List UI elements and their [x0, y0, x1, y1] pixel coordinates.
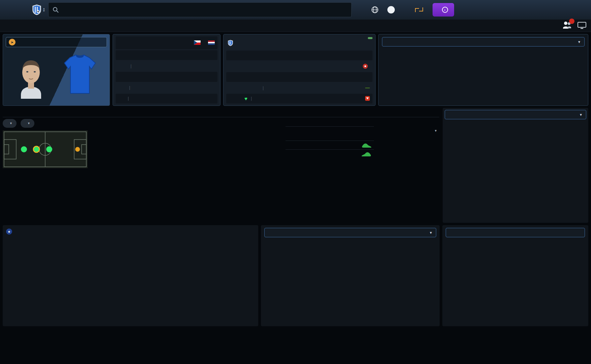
player-portrait — [6, 52, 56, 99]
technical-title — [96, 119, 188, 126]
right-boot-icon — [361, 151, 372, 157]
club-crest-icon — [32, 4, 42, 16]
left-boot-icon — [361, 142, 372, 148]
career-overall-row — [446, 315, 585, 324]
chevron-down-icon: ▼ — [578, 40, 581, 44]
form-chart — [264, 239, 436, 310]
player-header-row: ➤ — [3, 34, 588, 106]
sharpness-icon — [365, 96, 370, 101]
left-foot-block — [286, 141, 374, 149]
pros-bar — [382, 51, 479, 57]
pros-cons-panel: ▼ — [378, 34, 588, 106]
help-icon[interactable] — [387, 6, 395, 13]
weight-row — [286, 133, 374, 141]
season-stats-totals — [6, 315, 255, 324]
globe-icon[interactable] — [371, 6, 379, 13]
squad-comparison-description — [445, 119, 586, 124]
height-row — [286, 126, 374, 133]
condition-heart-icon: ♥ — [244, 96, 247, 101]
player-traits-value — [378, 122, 438, 127]
attributes-area: ▼ ▼ — [3, 108, 439, 223]
player-traits-label — [378, 120, 438, 122]
position-dot-mc — [46, 146, 52, 152]
season-stats-panel: ★ — [3, 225, 258, 326]
fm-player-overview-screen: ▴▾ › — [0, 0, 591, 364]
contract-panel: | ♥ | — [223, 34, 376, 106]
form-header-dropdown[interactable]: ▼ — [264, 228, 436, 237]
dutch-flag-icon — [208, 40, 215, 45]
search-player-bar[interactable] — [48, 2, 352, 17]
chevron-down-icon: ▼ — [429, 231, 433, 235]
position-dot-dm-selected — [33, 146, 39, 152]
career-stats-header — [446, 228, 585, 237]
backroom-advice-icon[interactable] — [562, 21, 572, 31]
physical-title — [286, 119, 374, 126]
czech-flag-icon — [194, 40, 201, 45]
main-nav — [0, 20, 591, 32]
right-foot-block — [286, 149, 374, 158]
season-stats-header[interactable]: ★ — [6, 229, 64, 235]
player-status-icon: ➤ — [9, 39, 16, 46]
position-pitch — [3, 130, 88, 168]
average-rating — [365, 88, 370, 88]
monitor-icon[interactable] — [578, 22, 586, 29]
last-club-row — [226, 61, 373, 71]
club-crest-selector[interactable]: ▴▾ — [32, 4, 45, 16]
ratings-row: | — [226, 83, 373, 93]
squad-comparison-panel: ▼ — [443, 108, 588, 223]
physical-attributes-column — [286, 119, 374, 223]
form-panel: ▼ — [261, 225, 440, 326]
discuss-new-trait-dropdown[interactable]: ▼ — [378, 127, 438, 134]
squad-comparison-header[interactable]: ▼ — [445, 110, 586, 119]
chevron-down-icon: ▼ — [579, 113, 583, 117]
technical-attributes-column — [96, 119, 188, 223]
advice-notification[interactable] — [557, 20, 586, 32]
discuss-trait-value — [378, 134, 438, 139]
player-name-plate[interactable]: ➤ — [6, 37, 107, 47]
position-dot-dc — [21, 146, 27, 152]
pros-cons-header[interactable]: ▼ — [382, 37, 585, 47]
reputation-row — [226, 51, 373, 60]
position-role-panel: ▼ ▼ — [3, 119, 93, 223]
value-row — [116, 72, 217, 82]
ability-row: | — [116, 94, 217, 103]
highlight-dropdown[interactable]: ▼ — [3, 119, 17, 128]
condition-row: ♥ | — [226, 94, 373, 103]
mental-attributes-column — [191, 119, 283, 223]
key-attributes-dropdown[interactable]: ▼ — [21, 119, 34, 128]
player-info-panel: | | | — [113, 34, 220, 106]
stats-icon: ★ — [6, 229, 12, 235]
last-fee-row — [226, 72, 373, 82]
happiness-badge[interactable] — [368, 37, 373, 39]
top-bar: ▴▾ › — [0, 0, 591, 20]
club-switch-chevrons[interactable]: ▴▾ — [43, 7, 45, 12]
cons-bar — [487, 51, 585, 57]
mental-title — [191, 119, 283, 126]
wage-row: | — [116, 61, 217, 71]
chevron-right-icon: › — [442, 7, 448, 13]
notification-badge — [569, 19, 574, 24]
continue-date[interactable] — [415, 8, 423, 11]
age-row — [116, 50, 217, 60]
search-icon — [53, 7, 59, 13]
position-dot-st — [75, 147, 80, 152]
player-photo-card: ➤ — [3, 34, 110, 106]
nationality-row — [116, 36, 217, 49]
career-stats-panel — [442, 225, 588, 326]
media-info-column: ▼ — [377, 119, 439, 223]
player-shirt — [56, 52, 104, 99]
club-badge-icon — [228, 40, 233, 46]
social-feed-button[interactable]: › — [433, 3, 454, 17]
transfer-row: | — [116, 83, 217, 93]
